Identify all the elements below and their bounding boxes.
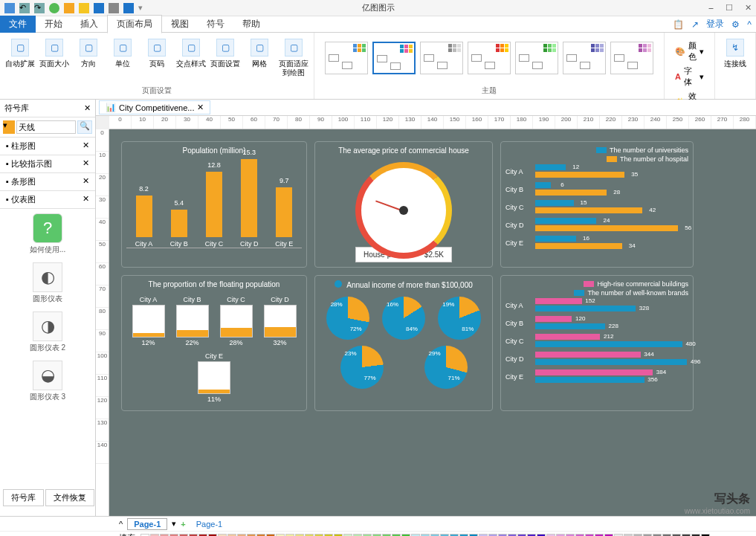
color-swatch[interactable] [208,534,217,537]
color-swatch[interactable] [633,534,642,537]
settings-icon[interactable]: ⚙ [731,19,740,30]
theme-swatch-0[interactable] [325,42,368,74]
direction-button[interactable]: ▢方向 [73,36,104,77]
color-swatch[interactable] [189,534,198,537]
color-swatch[interactable] [662,534,671,537]
color-swatch[interactable] [343,534,352,537]
gauge-thumb-2[interactable]: ◑ [33,311,62,341]
color-swatch[interactable] [498,534,507,537]
color-swatch[interactable] [440,534,449,537]
intersect-style-button[interactable]: ▢交点样式 [175,36,207,77]
bottom-tab-library[interactable]: 符号库 [3,489,44,506]
color-swatch[interactable] [643,534,652,537]
color-swatch[interactable] [276,534,285,537]
qat-redo-icon[interactable]: ↷ [34,3,45,13]
page-size-button[interactable]: ▢页面大小 [39,36,70,77]
close-button[interactable]: ✕ [745,3,752,13]
color-swatch[interactable] [672,534,681,537]
qat-print-icon[interactable] [109,3,119,13]
color-swatch[interactable] [305,534,314,537]
color-swatch[interactable] [382,534,391,537]
tab-page-layout[interactable]: 页面布局 [107,15,162,33]
color-swatch[interactable] [517,534,526,537]
tab-file[interactable]: 文件 [0,16,36,33]
tab-start[interactable]: 开始 [36,16,71,33]
color-swatch[interactable] [459,534,468,537]
color-swatch[interactable] [469,534,478,537]
theme-swatch-2[interactable] [420,42,463,74]
color-swatch[interactable] [537,534,546,537]
color-swatch[interactable] [266,534,275,537]
color-swatch[interactable] [160,534,169,537]
qat-export-icon[interactable] [123,3,134,13]
qat-refresh-icon[interactable] [49,3,59,13]
color-swatch[interactable] [237,534,246,537]
color-swatch[interactable] [169,534,178,537]
color-swatch[interactable] [256,534,265,537]
color-swatch[interactable] [624,534,633,537]
page-tab-1[interactable]: Page-1 [127,518,167,530]
color-swatch[interactable] [701,534,710,537]
tab-symbol[interactable]: 符号 [198,16,233,33]
color-swatch[interactable] [363,534,372,537]
color-swatch[interactable] [324,534,333,537]
panel-close-icon[interactable]: ✕ [84,103,91,113]
connector-button[interactable]: ↯连接线 [720,36,751,68]
color-swatch[interactable] [285,534,294,537]
color-swatch[interactable] [334,534,343,537]
color-swatch[interactable] [653,534,662,537]
theme-swatch-5[interactable] [563,42,606,74]
color-swatch[interactable] [295,534,304,537]
font-dropdown[interactable]: A字体▾ [675,65,704,88]
color-swatch[interactable] [150,534,159,537]
qat-save-icon[interactable] [94,3,104,13]
qat-new-icon[interactable] [4,3,15,13]
color-swatch[interactable] [585,534,594,537]
color-swatch[interactable] [179,534,188,537]
gauge-thumb-1[interactable]: ◐ [33,262,62,292]
theme-swatch-4[interactable] [515,42,558,74]
color-swatch[interactable] [566,534,575,537]
page-add-button[interactable]: + [181,520,185,529]
page-alt[interactable]: Page-1 [190,519,228,529]
color-swatch[interactable] [314,534,323,537]
color-swatch[interactable] [411,534,420,537]
page-more-icon[interactable]: ▾ [172,519,176,529]
color-swatch[interactable] [614,534,623,537]
color-swatch[interactable] [556,534,565,537]
color-swatch[interactable] [430,534,439,537]
qat-undo-icon[interactable]: ↶ [19,3,30,13]
unit-button[interactable]: ▢单位 [107,36,138,77]
color-swatch[interactable] [140,534,149,537]
color-swatch[interactable] [353,534,362,537]
qat-dropdown-icon[interactable]: ▾ [138,3,149,13]
color-swatch[interactable] [691,534,700,537]
category-1[interactable]: ▪ 比较指示图✕ [0,155,95,173]
tab-insert[interactable]: 插入 [71,16,107,33]
category-0[interactable]: ▪ 柱形图✕ [0,138,95,155]
page-number-button[interactable]: ▢页码 [141,36,172,77]
color-swatch[interactable] [604,534,613,537]
color-swatch[interactable] [450,534,459,537]
color-swatch[interactable] [479,534,488,537]
search-input[interactable] [16,120,76,134]
color-swatch[interactable] [198,534,207,537]
drawing-canvas[interactable]: Population (million) 8.2City A5.4City B1… [109,129,756,516]
login-link[interactable]: 登录 [706,18,724,30]
color-swatch[interactable] [682,534,691,537]
color-swatch[interactable] [227,534,236,537]
bottom-tab-recovery[interactable]: 文件恢复 [45,489,94,506]
gauge-thumb-3[interactable]: ◒ [33,361,62,390]
help-icon[interactable]: ? [33,213,62,243]
category-icon[interactable]: ▾ [3,120,15,134]
color-swatch[interactable] [392,534,401,537]
tab-view[interactable]: 视图 [162,16,198,33]
page-setup-button[interactable]: ▢页面设置 [210,36,241,77]
category-3[interactable]: ▪ 仪表图✕ [0,191,95,209]
share-icon[interactable]: ↗ [691,19,699,30]
search-button[interactable]: 🔍 [77,120,92,134]
color-swatch[interactable] [401,534,410,537]
color-swatch[interactable] [595,534,604,537]
color-swatch[interactable] [218,534,227,537]
fit-to-drawing-button[interactable]: ▢页面适应到绘图 [278,36,309,77]
